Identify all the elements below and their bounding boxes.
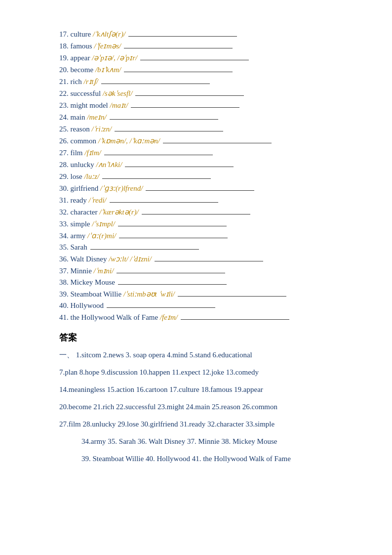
vocab-word: 38. Mickey Mouse — [59, 278, 115, 286]
vocab-phonetic: /ˈkʌltʃə(r)/ — [93, 30, 125, 38]
answer-section: 答案 一、 1.sitcom 2.news 3. soap opera 4.mi… — [59, 332, 353, 466]
vocab-item: 33. simple /ˈsɪmpl/ — [59, 219, 353, 228]
vocab-underline — [102, 178, 211, 179]
vocab-item-text: 28. unlucky /ʌnˈlʌki/ — [59, 160, 122, 169]
vocab-item: 20. become /bɪˈkʌm/ — [59, 65, 353, 74]
vocab-item: 41. the Hollywood Walk of Fame /feɪm/ — [59, 313, 353, 322]
vocab-item-text: 41. the Hollywood Walk of Fame /feɪm/ — [59, 313, 178, 322]
vocab-item: 22. successful /səkˈsesfl/ — [59, 89, 353, 98]
vocab-item: 23. might model /maɪt/ — [59, 101, 353, 110]
vocab-word: 18. famous — [59, 42, 92, 50]
vocab-underline — [131, 107, 239, 108]
vocab-phonetic: /bɪˈkʌm/ — [95, 66, 121, 74]
vocab-item-text: 33. simple /ˈsɪmpl/ — [59, 219, 115, 228]
vocab-item: 38. Mickey Mouse — [59, 278, 353, 287]
vocab-item: 25. reason /ˈriːzn/ — [59, 125, 353, 133]
vocab-item: 19. appear /əˈpɪə/, /əˈpɪr/ — [59, 53, 353, 62]
vocab-phonetic: /luːz/ — [84, 172, 99, 180]
vocab-word: 29. lose — [59, 172, 82, 180]
answer-row: 39. Steamboat Willie 40. Hollywood 41. t… — [59, 452, 353, 466]
answer-row: 34.army 35. Sarah 36. Walt Disney 37. Mi… — [59, 435, 353, 448]
answer-row: 7.plan 8.hope 9.discussion 10.happen 11.… — [59, 366, 353, 379]
vocab-item-text: 40. Hollywood — [59, 301, 104, 310]
vocab-item: 37. Minnie /ˈmɪni/ — [59, 266, 353, 275]
vocab-word: 24. main — [59, 113, 85, 121]
vocab-word: 30. girlfriend — [59, 184, 98, 192]
vocab-underline — [101, 84, 210, 84]
vocab-underline — [124, 72, 233, 72]
vocab-phonetic: /ˈɡɜː(r)lfrend/ — [100, 184, 143, 192]
vocab-underline — [104, 155, 213, 155]
vocab-word: 19. appear — [59, 54, 90, 62]
vocab-item: 17. culture /ˈkʌltʃə(r)/ — [59, 30, 353, 39]
answer-title: 答案 — [59, 332, 353, 343]
vocab-word: 34. army — [59, 232, 85, 240]
vocab-phonetic: /ˈkɒmən/, /ˈkɑːmən/ — [98, 137, 160, 145]
vocab-phonetic: /səkˈsesfl/ — [103, 89, 133, 97]
vocab-item: 29. lose /luːz/ — [59, 172, 353, 181]
vocab-phonetic: /ˈɑː(r)mi/ — [87, 232, 116, 240]
vocab-item-text: 38. Mickey Mouse — [59, 278, 115, 287]
vocab-word: 22. successful — [59, 89, 101, 97]
vocab-phonetic: /ˈstiːmbəʊt ˈwɪli/ — [123, 290, 175, 298]
answer-row: 14.meaningless 15.action 16.cartoon 17.c… — [59, 383, 353, 396]
vocab-word: 21. rich — [59, 78, 82, 85]
vocab-underline — [155, 261, 263, 261]
vocab-phonetic: /ˈredi/ — [89, 196, 107, 204]
vocab-item: 31. ready /ˈredi/ — [59, 196, 353, 205]
vocab-word: 27. film — [59, 149, 83, 157]
vocab-phonetic: /ˈmɪni/ — [94, 267, 114, 275]
vocab-underline — [110, 119, 218, 120]
vocab-item: 32. character /ˈkærəktə(r)/ — [59, 208, 353, 216]
vocab-item-text: 17. culture /ˈkʌltʃə(r)/ — [59, 30, 125, 39]
vocab-phonetic: /wɔːlt/ /ˈdɪzni/ — [109, 255, 152, 263]
vocab-underline — [135, 95, 244, 96]
vocab-item-text: 23. might model /maɪt/ — [59, 101, 128, 110]
vocab-word: 39. Steamboat Willie — [59, 290, 121, 298]
answer-row: 27.film 28.unlucky 29.lose 30.girlfriend… — [59, 418, 353, 431]
vocab-word: 33. simple — [59, 220, 90, 228]
answer-rows: 一、 1.sitcom 2.news 3. soap opera 4.mind … — [59, 348, 353, 466]
vocab-item-text: 25. reason /ˈriːzn/ — [59, 125, 112, 133]
vocab-underline — [110, 202, 218, 203]
vocab-item-text: 20. become /bɪˈkʌm/ — [59, 65, 121, 74]
vocab-phonetic: /fɪlm/ — [84, 149, 101, 157]
vocab-word: 17. culture — [59, 30, 91, 38]
vocab-word: 26. common — [59, 137, 96, 145]
vocab-item-text: 24. main /meɪn/ — [59, 113, 107, 122]
vocab-phonetic: /maɪt/ — [110, 101, 128, 109]
vocab-word: 25. reason — [59, 125, 90, 133]
vocab-phonetic: /ˈkærəktə(r)/ — [99, 208, 139, 216]
vocab-item: 18. famous /ˈfeɪməs/ — [59, 42, 353, 50]
vocab-item-text: 36. Walt Disney /wɔːlt/ /ˈdɪzni/ — [59, 255, 152, 263]
vocab-item: 21. rich /rɪtʃ/ — [59, 77, 353, 86]
vocab-underline — [117, 273, 225, 273]
vocab-item: 40. Hollywood — [59, 301, 353, 310]
vocab-item: 30. girlfriend /ˈɡɜː(r)lfrend/ — [59, 184, 353, 193]
vocab-underline — [140, 60, 249, 60]
vocab-underline — [163, 143, 272, 143]
vocab-item-text: 37. Minnie /ˈmɪni/ — [59, 266, 114, 275]
vocab-phonetic: /ˈriːzn/ — [91, 125, 112, 133]
vocab-underline — [181, 319, 289, 320]
answer-row: 20.become 21.rich 22.successful 23.might… — [59, 400, 353, 414]
vocab-underline — [90, 249, 199, 250]
vocab-word: 28. unlucky — [59, 161, 94, 169]
vocab-word: 41. the Hollywood Walk of Fame — [59, 313, 158, 321]
vocab-item-text: 34. army /ˈɑː(r)mi/ — [59, 231, 116, 240]
vocab-phonetic: /feɪm/ — [160, 313, 178, 321]
vocab-item-text: 32. character /ˈkærəktə(r)/ — [59, 208, 139, 216]
vocab-item: 34. army /ˈɑː(r)mi/ — [59, 231, 353, 240]
vocab-word: 20. become — [59, 66, 93, 74]
vocab-item-text: 26. common /ˈkɒmən/, /ˈkɑːmən/ — [59, 136, 160, 145]
vocab-item-text: 35. Sarah — [59, 243, 87, 252]
vocab-list: 17. culture /ˈkʌltʃə(r)/18. famous /ˈfeɪ… — [59, 30, 353, 322]
vocab-phonetic: /ˈsɪmpl/ — [92, 220, 115, 228]
vocab-item: 35. Sarah — [59, 243, 353, 252]
vocab-underline — [128, 36, 237, 37]
vocab-word: 40. Hollywood — [59, 301, 104, 309]
vocab-underline — [124, 48, 233, 48]
vocab-underline — [107, 307, 215, 308]
vocab-word: 37. Minnie — [59, 267, 92, 275]
vocab-item-text: 39. Steamboat Willie /ˈstiːmbəʊt ˈwɪli/ — [59, 290, 175, 299]
